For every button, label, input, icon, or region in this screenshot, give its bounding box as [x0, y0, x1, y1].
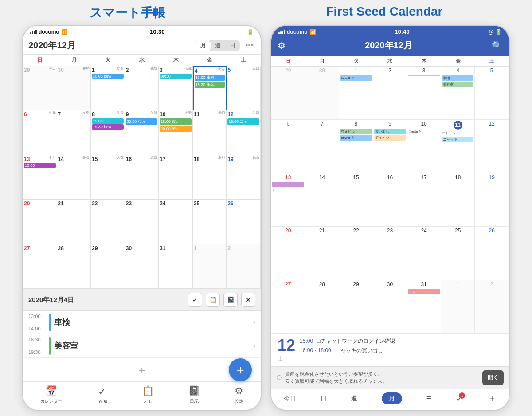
table-row[interactable]: 11赤口	[193, 110, 227, 155]
table-row[interactable]: 30	[125, 244, 159, 289]
table-row[interactable]: 30先勝	[57, 66, 91, 110]
table-row[interactable]: 14先負	[57, 155, 91, 200]
checkmark-button[interactable]: ✓	[188, 293, 202, 307]
table-row[interactable]: 13 □	[271, 173, 305, 227]
nav-memo[interactable]: 📋 メモ	[142, 385, 154, 404]
table-row[interactable]: 18友引	[193, 155, 227, 200]
table-row[interactable]: 28	[305, 280, 340, 334]
table-row[interactable]: 4 車検 美容室	[441, 67, 475, 120]
table-row[interactable]: 22	[91, 200, 125, 244]
table-row[interactable]: 8 ウォビラ bewithカ	[339, 120, 373, 173]
table-row[interactable]: 10大安 18:00 買い 20:00 ディ	[159, 110, 193, 155]
table-row[interactable]: 10 □noteを	[407, 120, 441, 173]
table-row[interactable]: 14	[305, 173, 340, 227]
table-row[interactable]: 20	[23, 200, 57, 244]
p2-open-button[interactable]: 開く	[482, 370, 504, 385]
table-row[interactable]: 15大安	[91, 155, 125, 200]
table-row[interactable]: 1 bewithフ	[339, 67, 373, 120]
table-row[interactable]: 13友引 13:00	[23, 155, 57, 200]
table-row[interactable]: 30	[373, 280, 407, 334]
nav-calendar[interactable]: 📅 カレンダー	[40, 385, 63, 404]
tab-week[interactable]: 週	[211, 40, 225, 51]
add-text-button[interactable]: ＋	[137, 363, 147, 377]
p2-col-thu: 木	[407, 56, 441, 66]
table-row[interactable]: 23	[125, 200, 159, 244]
table-row[interactable]: 24	[159, 200, 193, 244]
table-row[interactable]: 5	[475, 67, 509, 120]
table-row[interactable]: 21	[305, 227, 340, 280]
table-row[interactable]: 21	[57, 200, 91, 244]
table-row[interactable]: 16	[373, 173, 407, 227]
event-row-shakken[interactable]: 13:00 14:00 車検 ›	[23, 311, 261, 334]
table-row[interactable]: 2先負	[125, 66, 159, 110]
fab-add-button[interactable]: ＋	[229, 358, 252, 381]
table-row[interactable]: 7友引	[57, 110, 91, 155]
table-row[interactable]: 6	[271, 120, 305, 173]
close-button[interactable]: ✕	[241, 293, 255, 307]
table-row[interactable]: 31	[159, 244, 193, 289]
list-item[interactable]: 15:00 □チャットワークのログイン確認	[300, 338, 503, 345]
table-row[interactable]: 15	[339, 173, 373, 227]
table-row[interactable]: 3	[407, 67, 441, 120]
table-row[interactable]: 20	[271, 227, 305, 280]
table-row[interactable]: 1友引 10:00 bew	[91, 66, 125, 110]
table-row[interactable]: 28	[57, 244, 91, 289]
p2-nav-today[interactable]: 今日	[284, 395, 296, 403]
table-row[interactable]: 7	[305, 120, 340, 173]
table-row[interactable]: 24	[407, 227, 441, 280]
event-row-beauty[interactable]: 18:30 19:30 美容室 ›	[23, 334, 261, 358]
table-row[interactable]: 18	[441, 173, 475, 227]
table-row[interactable]: 23	[373, 227, 407, 280]
table-row[interactable]: 4大安 13:00 車検 18:30 美容	[193, 66, 227, 110]
table-row[interactable]: 1	[193, 244, 227, 289]
p2-nav-check[interactable]: ✓ 1	[456, 393, 463, 404]
table-row[interactable]: 25	[193, 200, 227, 244]
table-row[interactable]: 17	[407, 173, 441, 227]
p2-nav-month[interactable]: 月	[382, 392, 402, 404]
list-item[interactable]: 16:00 - 18:00 ニャッキの買い出し	[300, 347, 503, 354]
table-row[interactable]: 8先負 15:00 19:30 bew	[91, 110, 125, 155]
table-row[interactable]: 17	[159, 155, 193, 200]
table-row[interactable]: 30	[305, 67, 340, 120]
p2-nav-add[interactable]: ＋	[488, 392, 497, 404]
table-row[interactable]: 25	[441, 227, 475, 280]
tab-day[interactable]: 日	[225, 40, 240, 51]
note-button[interactable]: 📋	[206, 293, 220, 307]
search-icon[interactable]: 🔍	[492, 40, 503, 51]
table-row[interactable]: 29赤口	[23, 66, 57, 110]
table-row[interactable]: 22	[339, 227, 373, 280]
table-row[interactable]: 29	[91, 244, 125, 289]
table-row[interactable]: 29	[271, 67, 305, 120]
table-row[interactable]: 9 買い出し ディオシ	[373, 120, 407, 173]
p2-nav-menu[interactable]: ≡	[426, 393, 432, 404]
table-row[interactable]: 12	[475, 120, 509, 173]
table-row[interactable]: 11 □チャッ ニャッキ	[441, 120, 475, 173]
p2-nav-day[interactable]: 日	[321, 395, 327, 403]
table-row[interactable]: 26	[475, 227, 509, 280]
tab-month[interactable]: 月	[196, 40, 211, 51]
table-row[interactable]: 3仏滅 08:30	[159, 66, 193, 110]
diary-button[interactable]: 📓	[223, 293, 238, 307]
table-row[interactable]: 5赤口	[227, 66, 261, 110]
table-row[interactable]: 2	[373, 67, 407, 120]
table-row[interactable]: 27	[271, 280, 305, 334]
table-row[interactable]: 26	[227, 200, 261, 244]
table-row[interactable]: 29	[339, 280, 373, 334]
more-button[interactable]: •••	[243, 41, 255, 50]
table-row[interactable]: 1	[441, 280, 475, 334]
table-row[interactable]: 9仏滅 20:00 ウォ	[125, 110, 159, 155]
settings-gear-icon[interactable]: ⚙	[278, 40, 286, 51]
nav-diary[interactable]: 📓 日記	[188, 385, 200, 404]
table-row[interactable]: 2	[475, 280, 509, 334]
table-row[interactable]: 27	[23, 244, 57, 289]
table-row[interactable]: 19先負	[227, 155, 261, 200]
nav-settings[interactable]: ⚙ 設定	[235, 385, 243, 404]
table-row[interactable]: 16赤口	[125, 155, 159, 200]
table-row[interactable]: 12先勝 16:00 ニャ	[227, 110, 261, 155]
table-row[interactable]: 2	[227, 244, 261, 289]
p2-nav-week[interactable]: 週	[351, 395, 357, 403]
table-row[interactable]: 6先勝	[23, 110, 57, 155]
nav-todo[interactable]: ✓ ToDo	[97, 386, 107, 404]
table-row[interactable]: 19	[475, 173, 509, 227]
table-row[interactable]: 31 元日	[407, 280, 441, 334]
